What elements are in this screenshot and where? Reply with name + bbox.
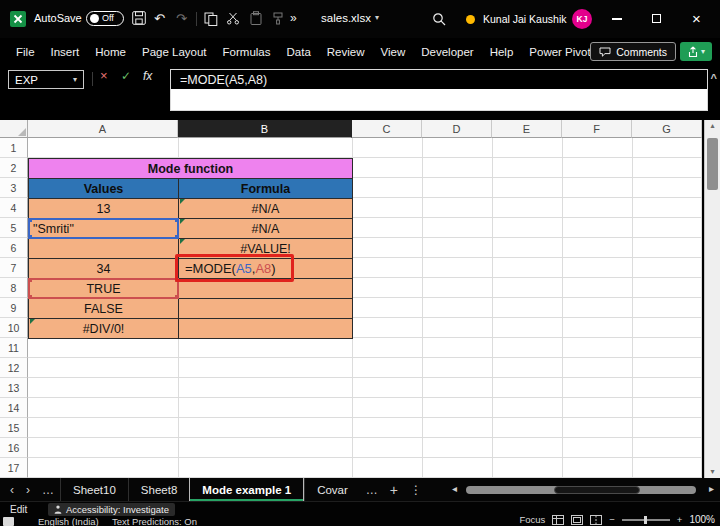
autosave-toggle[interactable]: Off (86, 11, 124, 26)
menu-data[interactable]: Data (279, 46, 319, 58)
column-header-d[interactable]: D (422, 120, 492, 138)
zoom-level[interactable]: 100% (689, 514, 715, 525)
row-header-14[interactable]: 14 (0, 398, 28, 418)
row-header-11[interactable]: 11 (0, 338, 28, 358)
row-header-1[interactable]: 1 (0, 138, 28, 158)
row-header-13[interactable]: 13 (0, 378, 28, 398)
cell-b10[interactable] (178, 318, 353, 339)
select-all-button[interactable] (0, 120, 28, 138)
row-header-9[interactable]: 9 (0, 298, 28, 318)
cell-b4[interactable]: #N/A (178, 198, 353, 219)
formula-input[interactable]: =MODE(A5,A8) (170, 69, 708, 111)
cell-a7[interactable]: 34 (28, 258, 179, 279)
vertical-scrollbar-thumb[interactable] (707, 138, 718, 190)
share-button[interactable]: ▾ (680, 42, 712, 61)
menu-view[interactable]: View (373, 46, 414, 58)
text-predictions-indicator[interactable]: Text Predictions: On (112, 517, 197, 526)
column-header-c[interactable]: C (352, 120, 422, 138)
redo-icon[interactable]: ↷ (176, 12, 187, 25)
zoom-slider[interactable] (622, 519, 670, 521)
language-indicator[interactable]: English (India) (38, 517, 99, 526)
horizontal-scrollbar[interactable]: ◂ ▸ (446, 478, 720, 501)
save-icon[interactable] (132, 11, 146, 25)
selection-handle[interactable] (28, 278, 32, 282)
cut-icon[interactable] (226, 12, 240, 25)
row-header-10[interactable]: 10 (0, 318, 28, 338)
menu-file[interactable]: File (8, 46, 43, 58)
selection-handle[interactable] (175, 295, 179, 299)
menu-insert[interactable]: Insert (43, 46, 88, 58)
maximize-button[interactable] (652, 14, 661, 23)
row-header-3[interactable]: 3 (0, 178, 28, 198)
avatar[interactable]: KJ (572, 9, 592, 29)
cell-b9[interactable] (178, 298, 353, 319)
grid-area[interactable]: Mode function Values Formula 13 #N/A "Sm… (28, 138, 702, 478)
cell-a6[interactable] (28, 238, 179, 259)
comments-button[interactable]: Comments (590, 42, 676, 61)
page-layout-view-icon[interactable] (571, 515, 583, 525)
sheet-nav-left-icon[interactable]: ‹ (4, 478, 20, 501)
cell-b5[interactable]: #N/A (178, 218, 353, 239)
row-header-17[interactable]: 17 (0, 458, 28, 478)
search-icon[interactable] (432, 12, 446, 26)
row-header-12[interactable]: 12 (0, 358, 28, 378)
scroll-right-icon[interactable]: ▸ (709, 484, 714, 494)
menu-help[interactable]: Help (482, 46, 522, 58)
menu-formulas[interactable]: Formulas (215, 46, 279, 58)
chevron-down-icon[interactable]: ▾ (73, 76, 77, 84)
accessibility-status[interactable]: Accessibility: Investigate (48, 503, 175, 516)
cell-a10[interactable]: #DIV/0! (28, 318, 179, 339)
horizontal-scrollbar-track[interactable] (466, 486, 696, 494)
selection-handle[interactable] (175, 218, 179, 222)
formula-bar-expanded-area[interactable] (171, 89, 707, 110)
normal-view-icon[interactable] (552, 515, 564, 525)
zoom-out-icon[interactable]: − (609, 514, 615, 525)
selection-handle[interactable] (28, 295, 32, 299)
file-name-menu[interactable]: sales.xlsx ▾ (295, 12, 405, 24)
collapse-formula-bar-icon[interactable]: ^ (711, 73, 717, 84)
menu-power-pivot[interactable]: Power Pivot (521, 46, 598, 58)
focus-button[interactable]: Focus (519, 514, 545, 525)
selection-handle[interactable] (28, 235, 32, 239)
cell-a2-title[interactable]: Mode function (28, 158, 353, 179)
account-name[interactable]: Kunal Jai Kaushik (483, 14, 566, 25)
row-header-7[interactable]: 7 (0, 258, 28, 278)
column-header-a[interactable]: A (28, 120, 178, 138)
scroll-left-icon[interactable]: ◂ (452, 484, 457, 494)
page-break-view-icon[interactable] (590, 515, 602, 525)
zoom-in-icon[interactable]: + (677, 514, 683, 525)
paste-icon[interactable] (250, 11, 262, 25)
row-header-2[interactable]: 2 (0, 158, 28, 178)
cancel-icon[interactable]: × (100, 69, 108, 82)
keyboard-icon[interactable] (3, 517, 14, 526)
row-header-8[interactable]: 8 (0, 278, 28, 298)
sheet-nav-right-icon[interactable]: › (20, 478, 36, 501)
cell-a3[interactable]: Values (28, 178, 179, 199)
scroll-up-icon[interactable]: ▴ (705, 122, 720, 130)
column-header-f[interactable]: F (562, 120, 632, 138)
column-header-g[interactable]: G (632, 120, 702, 138)
notification-icon[interactable] (466, 15, 475, 24)
sheet-tab-covar[interactable]: Covar (304, 478, 360, 501)
minimize-button[interactable] (612, 18, 622, 20)
new-sheet-icon[interactable]: + (384, 478, 404, 501)
cell-b3[interactable]: Formula (178, 178, 353, 199)
sheet-tab-mode-example-1[interactable]: Mode example 1 (189, 478, 304, 501)
cell-a4[interactable]: 13 (28, 198, 179, 219)
row-header-5[interactable]: 5 (0, 218, 28, 238)
selection-handle[interactable] (28, 218, 32, 222)
cell-mode-indicator[interactable]: Edit (10, 505, 27, 515)
scroll-down-icon[interactable]: ▾ (705, 468, 720, 476)
sheet-menu-icon[interactable]: ⋮ (404, 478, 428, 501)
menu-developer[interactable]: Developer (413, 46, 481, 58)
enter-icon[interactable]: ✓ (121, 70, 131, 82)
column-header-e[interactable]: E (492, 120, 562, 138)
name-box[interactable]: EXP ▾ (8, 70, 84, 89)
column-header-b[interactable]: B (178, 120, 352, 138)
menu-home[interactable]: Home (87, 46, 134, 58)
zoom-slider-knob[interactable] (644, 516, 647, 524)
cell-a9[interactable]: FALSE (28, 298, 179, 319)
menu-review[interactable]: Review (319, 46, 373, 58)
horizontal-scrollbar-thumb[interactable] (554, 486, 640, 494)
format-painter-icon[interactable] (272, 12, 284, 25)
